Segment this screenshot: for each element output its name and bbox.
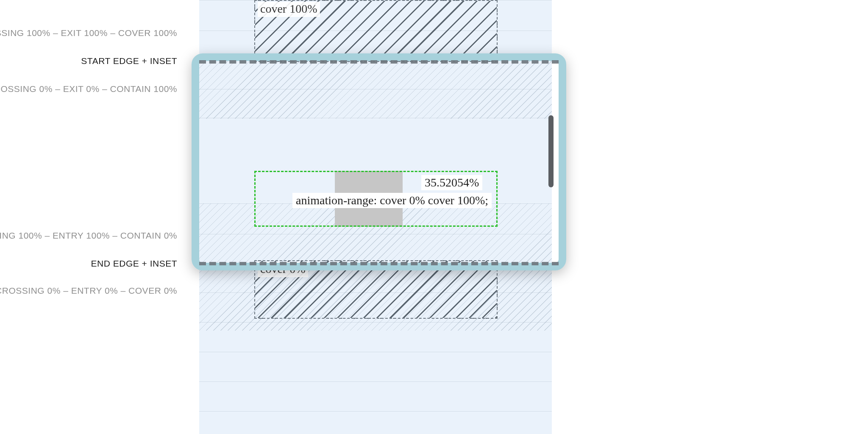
label-entry-crossing-0: ENTRY-CROSSING 0% – ENTRY 0% – COVER 0% — [0, 286, 177, 296]
scrollbar-thumb[interactable] — [548, 115, 554, 187]
grid-line — [199, 411, 552, 412]
label-exit-crossing-0: EXIT-CROSSING 0% – EXIT 0% – CONTAIN 100… — [0, 84, 177, 94]
scrollport-frame — [192, 53, 566, 270]
range-zone-label: cover 100% — [258, 2, 320, 17]
grid-line — [199, 381, 552, 382]
label-exit-crossing-100: EXIT-CROSSING 100% – EXIT 100% – COVER 1… — [0, 28, 177, 38]
diagram-stage: cover 100% cover 0% 35.52054% animation-… — [0, 0, 868, 434]
subject-css-declaration: animation-range: cover 0% cover 100%; — [292, 193, 492, 208]
label-entry-crossing-100: ENTRY-CROSSING 100% – ENTRY 100% – CONTA… — [0, 231, 177, 241]
end-edge-inset-line — [199, 262, 559, 265]
start-edge-inset-line — [199, 60, 559, 64]
range-zone-cover-100: cover 100% — [254, 0, 498, 62]
label-start-edge-inset: START EDGE + INSET — [81, 56, 177, 66]
subject-progress-value: 35.52054% — [421, 175, 482, 190]
grid-line — [199, 352, 552, 352]
label-end-edge-inset: END EDGE + INSET — [91, 259, 177, 269]
